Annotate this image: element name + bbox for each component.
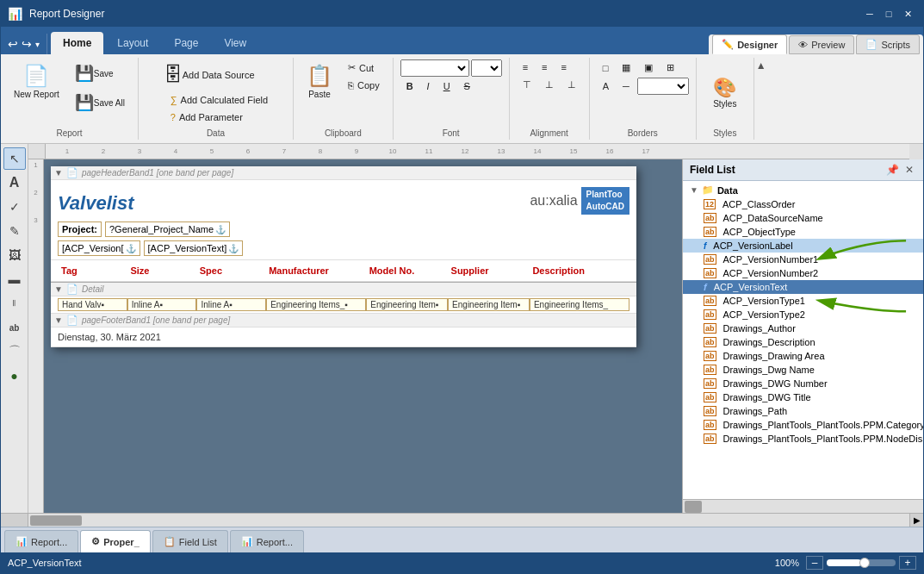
col-tag: Tag [58, 264, 127, 278]
scrollbar-thumb[interactable] [685, 501, 702, 513]
bottom-tab-report[interactable]: 📊 Report... [4, 530, 78, 552]
add-calculated-field-button[interactable]: ∑ Add Calculated Field [164, 92, 274, 108]
field-list-tree[interactable]: ▼ 📁 Data 12 ACP_ClassOrder ab ACP_D [683, 181, 923, 499]
bottom-tab-report2[interactable]: 📊 Report... [230, 530, 304, 552]
view-tab-preview[interactable]: 👁 Preview [789, 35, 854, 54]
clipboard-group-label: Clipboard [325, 125, 362, 138]
tree-item-acp-versiontext[interactable]: f ACP_VersionText [683, 280, 923, 294]
page-header-band: ▼ 📄 pageHeaderBand1 [one band per page] … [51, 166, 636, 260]
tree-item-acp-objecttype[interactable]: ab ACP_ObjectType [683, 225, 923, 239]
new-report-button[interactable]: 📄 New Report [8, 59, 65, 103]
tree-item-acp-versiontype1[interactable]: ab ACP_VersionType1 [683, 294, 923, 308]
tree-item-drawings-drawingarea[interactable]: ab Drawings_Drawing Area [683, 349, 923, 363]
tree-root-data[interactable]: ▼ 📁 Data [683, 183, 923, 197]
tree-item-drawings-author[interactable]: ab Drawings_Author [683, 321, 923, 335]
quick-access-redo[interactable]: ↪ [22, 37, 32, 51]
border-btn3[interactable]: ▣ [638, 59, 659, 76]
close-button[interactable]: ✕ [899, 5, 916, 22]
circle-tool[interactable]: ● [3, 365, 26, 387]
report-tab-icon: 📊 [16, 536, 28, 547]
zoom-plus-button[interactable]: + [899, 556, 916, 570]
ribbon-group-borders: □ ▦ ▣ ⊞ A ─ Borders [590, 58, 697, 140]
cut-button[interactable]: ✂ Cut [342, 59, 386, 76]
zoom-slider-thumb[interactable] [859, 558, 870, 568]
border-btn2[interactable]: ▦ [616, 59, 636, 76]
strikethrough-button[interactable]: S [458, 78, 476, 94]
maximize-button[interactable]: □ [880, 5, 897, 22]
tab-view[interactable]: View [212, 32, 258, 54]
hline-tool[interactable]: ▬ [3, 268, 26, 290]
align-top-button[interactable]: ⊤ [517, 77, 537, 93]
view-tab-scripts[interactable]: 📄 Scripts [856, 34, 920, 54]
type-icon-ab5: ab [704, 296, 716, 306]
text-tool[interactable]: A [3, 172, 26, 194]
tree-item-acp-versionlabel[interactable]: f ACP_VersionLabel [683, 239, 923, 253]
checkbox-tool[interactable]: ✓ [3, 196, 26, 218]
align-left-button[interactable]: ≡ [517, 59, 534, 75]
tree-item-drawings-dwgtitle[interactable]: ab Drawings_DWG Title [683, 390, 923, 404]
select-tool[interactable]: ↖ [3, 147, 26, 170]
zoom-minus-button[interactable]: – [806, 556, 823, 570]
quick-access-undo[interactable]: ↩ [8, 37, 18, 51]
curve-tool[interactable]: ⌒ [3, 340, 26, 363]
report-title: Valvelist [58, 192, 133, 215]
bottom-tab-proper[interactable]: ⚙ Proper_ [80, 530, 151, 552]
align-right-button[interactable]: ≡ [555, 59, 572, 75]
align-bottom-button[interactable]: ⊥ [561, 77, 582, 93]
bold-button[interactable]: B [400, 78, 419, 94]
tab-layout[interactable]: Layout [105, 32, 160, 54]
tab-home[interactable]: Home [51, 32, 103, 54]
font-family-select[interactable] [400, 59, 469, 77]
bottom-tab-field-list[interactable]: 📋 Field List [152, 530, 228, 552]
align-center-button[interactable]: ≡ [536, 59, 553, 75]
tree-item-acp-versionnumber1[interactable]: ab ACP_VersionNumber1 [683, 253, 923, 266]
tree-item-acp-versiontype2[interactable]: ab ACP_VersionType2 [683, 308, 923, 321]
border-color-btn[interactable]: A [597, 78, 615, 94]
zoom-slider[interactable] [827, 559, 896, 566]
minimize-button[interactable]: ─ [861, 5, 878, 22]
tree-item-acp-classorder[interactable]: 12 ACP_ClassOrder [683, 197, 923, 211]
image-tool[interactable]: 🖼 [3, 244, 26, 266]
underline-button[interactable]: U [437, 78, 456, 94]
panel-close-button[interactable]: ✕ [902, 163, 916, 177]
copy-icon: ⎘ [348, 80, 354, 90]
tab-page[interactable]: Page [162, 32, 210, 54]
edit-tool[interactable]: ✎ [3, 220, 26, 242]
hscroll-right-btn[interactable]: ▶ [909, 514, 923, 527]
field-label: ACP_VersionNumber1 [720, 254, 819, 265]
add-data-source-button[interactable]: 🗄 Add Data Source [158, 59, 261, 90]
tree-item-drawings-planttools-node[interactable]: ab Drawings_PlantTools_PlantTools.PPM.No… [683, 432, 923, 446]
report-canvas-area[interactable]: ▼ 📄 pageHeaderBand1 [one band per page] … [44, 159, 682, 513]
tree-item-drawings-dwgnumber[interactable]: ab Drawings_DWG Number [683, 377, 923, 390]
font-size-select[interactable] [471, 59, 502, 77]
copy-button[interactable]: ⎘ Copy [342, 78, 386, 93]
tree-item-drawings-path[interactable]: ab Drawings_Path [683, 404, 923, 418]
border-btn1[interactable]: □ [597, 59, 615, 76]
paste-button[interactable]: 📋 Paste [301, 59, 338, 103]
view-tab-designer[interactable]: ✏️ Designer [712, 34, 787, 54]
tree-item-drawings-dwgname[interactable]: ab Drawings_Dwg Name [683, 363, 923, 377]
tree-item-acp-versionnumber2[interactable]: ab ACP_VersionNumber2 [683, 266, 923, 280]
detail-cell-2: Inline A▪ [127, 298, 197, 311]
hscroll-thumb[interactable] [30, 515, 82, 526]
border-width-select[interactable] [637, 78, 689, 95]
italic-button[interactable]: I [421, 78, 436, 94]
ab-tool[interactable]: ab [3, 316, 26, 339]
field-list-scrollbar[interactable] [683, 499, 923, 513]
detail-cells-row: Hand Valv▪ Inline A▪ Inline A▪ Engineeri… [51, 296, 636, 313]
save-all-button[interactable]: 💾 Save All [69, 89, 131, 116]
styles-button[interactable]: 🎨 Styles [704, 72, 747, 113]
panel-pin-button[interactable]: 📌 [885, 163, 899, 177]
save-button[interactable]: 💾 Save [69, 59, 131, 87]
tree-item-drawings-planttools-cat[interactable]: ab Drawings_PlantTools_PlantTools.PPM.Ca… [683, 418, 923, 432]
align-middle-button[interactable]: ⊥ [539, 77, 560, 93]
vline-tool[interactable]: ═ [3, 292, 26, 315]
tree-item-acp-datasourcename[interactable]: ab ACP_DataSourceName [683, 211, 923, 225]
border-style-btn[interactable]: ─ [617, 78, 636, 94]
quick-access-dropdown[interactable]: ▾ [35, 40, 40, 49]
canvas-hscrollbar[interactable]: ▶ [1, 513, 923, 527]
add-parameter-button[interactable]: ? Add Parameter [164, 109, 274, 125]
border-btn4[interactable]: ⊞ [660, 59, 680, 76]
ribbon-collapse-button[interactable]: ▲ [756, 59, 766, 72]
tree-item-drawings-description[interactable]: ab Drawings_Description [683, 335, 923, 349]
